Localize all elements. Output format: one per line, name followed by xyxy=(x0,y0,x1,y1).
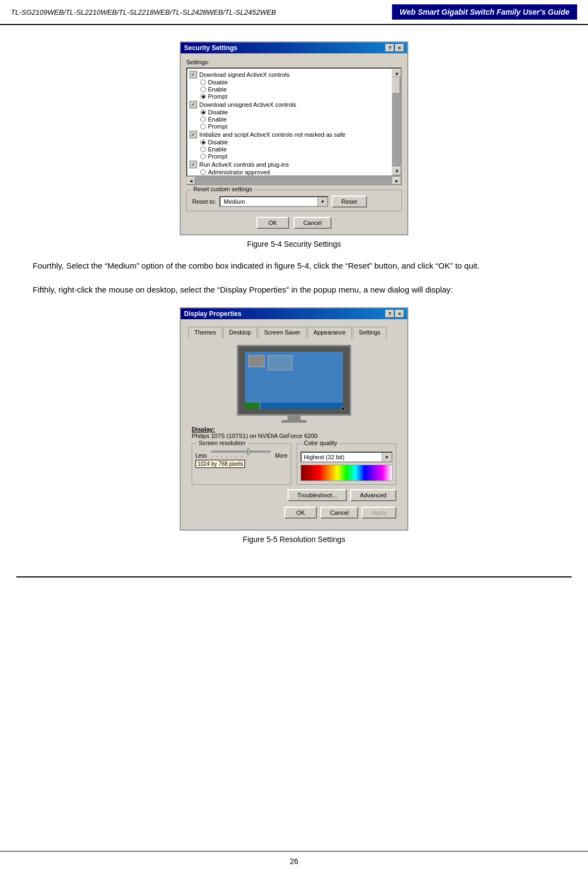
item-header-3: Initialize and script ActiveX controls n… xyxy=(199,131,345,138)
monitor-base xyxy=(281,420,307,423)
monitor-preview-wrapper xyxy=(192,345,396,423)
slider-track[interactable] xyxy=(211,451,271,453)
monitor-outer xyxy=(237,345,351,423)
tab-desktop[interactable]: Desktop xyxy=(223,327,257,338)
cancel-button[interactable]: Cancel xyxy=(293,217,332,229)
monitor-power-led xyxy=(341,406,345,411)
tab-appearance[interactable]: Appearance xyxy=(308,327,352,338)
tab-content-settings: Display: Philips 107S (107S1) on NVIDIA … xyxy=(186,339,402,524)
scroll-left-arrow[interactable]: ◄ xyxy=(187,177,195,185)
monitor-screen xyxy=(245,352,343,409)
screen-start-button xyxy=(245,403,260,409)
resolution-value: 1024 by 768 pixels xyxy=(195,460,245,468)
checkbox-icon-4: ✓ xyxy=(189,161,197,168)
paragraph2: Fifthly, right-click the mouse on deskto… xyxy=(33,283,555,296)
radio-enable-2[interactable] xyxy=(200,117,206,122)
combo-dropdown-arrow[interactable]: ▼ xyxy=(317,197,327,206)
display-ok-button[interactable]: OK xyxy=(284,507,317,519)
color-dropdown-arrow[interactable]: ▼ xyxy=(382,453,391,461)
display-close-button[interactable]: × xyxy=(395,310,404,318)
settings-group-2: ✓ Download unsigned ActiveX controls Dis… xyxy=(189,101,390,130)
reset-button[interactable]: Reset xyxy=(332,196,367,208)
advanced-button[interactable]: Advanced xyxy=(350,489,396,501)
horizontal-scrollbar[interactable]: ◄ ► xyxy=(186,177,402,185)
display-value: Philips 107S (107S1) on NVIDIA GeForce 6… xyxy=(192,433,317,439)
display-dialog-titlebar: Display Properties ? × xyxy=(181,308,407,319)
page-header: TL-SG2109WEB/TL-SL2210WEB/TL-SL2218WEB/T… xyxy=(0,0,588,25)
slider-container: · · · · · · · · xyxy=(209,451,273,460)
radio-group-4: Administrator approved xyxy=(200,169,390,175)
settings-group-4: ✓ Run ActiveX controls and plug-ins Admi… xyxy=(189,161,390,175)
display-cancel-button[interactable]: Cancel xyxy=(320,507,358,519)
listbox-inner: ✓ Download signed ActiveX controls Disab… xyxy=(187,69,392,175)
h-scroll-track xyxy=(195,177,393,185)
security-dialog-buttons: OK Cancel xyxy=(186,217,402,229)
help-button[interactable]: ? xyxy=(385,44,394,52)
resolution-value-display: 1024 by 768 pixels xyxy=(195,460,287,467)
radio-prompt-3[interactable] xyxy=(200,154,206,159)
less-label: Less xyxy=(195,453,207,459)
monitor-bezel xyxy=(237,345,351,416)
scroll-track xyxy=(393,77,401,167)
scroll-up-arrow[interactable]: ▲ xyxy=(393,69,401,77)
screen-resolution-label: Screen resolution xyxy=(197,440,248,446)
radio-disable-1[interactable] xyxy=(200,80,206,85)
tab-themes[interactable]: Themes xyxy=(188,327,222,338)
reset-section-label: Reset custom settings xyxy=(191,186,254,192)
radio-enable-3[interactable] xyxy=(200,147,206,152)
color-bar xyxy=(301,465,393,481)
radio-prompt-2[interactable] xyxy=(200,124,206,129)
reset-section: Reset custom settings Reset to: Medium ▼… xyxy=(186,190,402,211)
item-header-1: Download signed ActiveX controls xyxy=(199,71,290,78)
security-settings-dialog: Security Settings ? × Settings: ✓ Down xyxy=(180,41,408,235)
settings-group-1: ✓ Download signed ActiveX controls Disab… xyxy=(189,71,390,100)
page-number: 26 xyxy=(0,851,588,871)
ok-button[interactable]: OK xyxy=(256,217,289,229)
close-button[interactable]: × xyxy=(395,44,404,52)
header-product-name: TL-SG2109WEB/TL-SL2210WEB/TL-SL2218WEB/T… xyxy=(11,4,392,20)
tab-settings[interactable]: Settings xyxy=(353,327,387,339)
reset-combo-value: Medium xyxy=(220,197,317,206)
slider-row: Less · · · · · · · · More xyxy=(195,451,287,460)
checkbox-icon-3: ✓ xyxy=(189,131,197,138)
radio-enable-1[interactable] xyxy=(200,87,206,92)
scroll-right-arrow[interactable]: ► xyxy=(393,177,401,185)
item-header-2: Download unsigned ActiveX controls xyxy=(199,101,296,108)
display-apply-button[interactable]: Apply xyxy=(362,507,396,519)
security-dialog-body: Settings: ✓ Download signed ActiveX cont… xyxy=(181,53,407,234)
radio-group-2: Disable Enable Prompt xyxy=(200,109,390,130)
tab-bar: Themes Desktop Screen Saver Appearance S… xyxy=(186,327,402,339)
tab-screensaver[interactable]: Screen Saver xyxy=(258,327,307,338)
display-label: Display: xyxy=(192,426,215,433)
reset-combo[interactable]: Medium ▼ xyxy=(219,196,328,207)
slider-thumb[interactable] xyxy=(247,448,249,455)
color-quality-box: Color quality Highest (32 bit) ▼ xyxy=(297,443,396,485)
screen-resolution-box: Screen resolution Less · · · · · · · · M… xyxy=(192,443,291,485)
radio-disable-3[interactable] xyxy=(200,139,206,145)
settings-listbox[interactable]: ✓ Download signed ActiveX controls Disab… xyxy=(186,68,402,177)
color-quality-select[interactable]: Highest (32 bit) ▼ xyxy=(301,452,393,463)
radio-admin-4[interactable] xyxy=(200,169,206,175)
titlebar-buttons: ? × xyxy=(385,44,404,52)
scroll-thumb[interactable] xyxy=(393,77,400,94)
figure4-label: Figure 5-4 Security Settings xyxy=(33,240,555,248)
radio-prompt-1[interactable] xyxy=(200,94,206,99)
listbox-scrollbar[interactable]: ▲ ▼ xyxy=(392,69,401,175)
radio-disable-2[interactable] xyxy=(200,110,206,115)
display-help-button[interactable]: ? xyxy=(385,310,394,318)
figure5-label: Figure 5-5 Resolution Settings xyxy=(33,535,555,544)
settings-label: Settings: xyxy=(186,59,402,65)
display-bottom-buttons: OK Cancel Apply xyxy=(192,507,396,519)
footer-divider xyxy=(16,576,572,577)
scroll-down-arrow[interactable]: ▼ xyxy=(393,167,401,175)
settings-row: Screen resolution Less · · · · · · · · M… xyxy=(192,443,396,485)
advanced-buttons-row: Troubleshoot... Advanced xyxy=(192,489,396,501)
security-dialog-title: Security Settings xyxy=(184,44,237,52)
header-guide-title: Web Smart Gigabit Switch Family User's G… xyxy=(392,4,577,20)
troubleshoot-button[interactable]: Troubleshoot... xyxy=(287,489,347,501)
color-quality-value: Highest (32 bit) xyxy=(302,453,382,461)
screen-icon-1 xyxy=(248,355,265,367)
color-quality-label: Color quality xyxy=(302,440,339,446)
radio-group-3: Disable Enable Prompt xyxy=(200,139,390,160)
display-info: Display: Philips 107S (107S1) on NVIDIA … xyxy=(192,426,396,439)
